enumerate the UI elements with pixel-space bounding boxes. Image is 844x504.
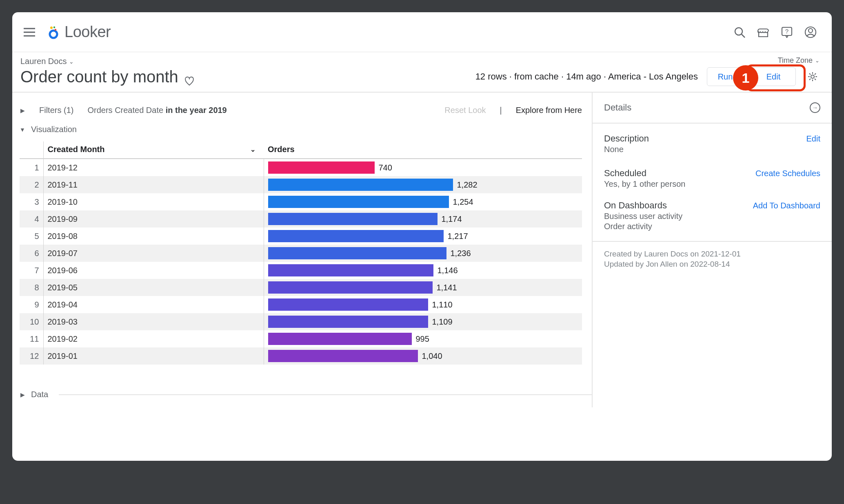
breadcrumb-label: Lauren Docs xyxy=(20,57,67,66)
bar-value: 1,141 xyxy=(437,283,457,292)
collapse-sidebar-icon[interactable]: → xyxy=(810,102,820,113)
brand[interactable]: Looker xyxy=(47,23,111,41)
row-month: 2019-04 xyxy=(43,296,264,313)
row-month: 2019-12 xyxy=(43,159,264,176)
query-status: 12 rows · from cache · 14m ago · America… xyxy=(475,71,698,82)
explore-from-here-link[interactable]: Explore from Here xyxy=(516,106,582,115)
row-index: 3 xyxy=(20,193,43,210)
add-to-dashboard-link[interactable]: Add To Dashboard xyxy=(753,201,820,210)
table-row: 42019-091,174 xyxy=(20,210,582,228)
caret-down-icon: ▼ xyxy=(20,126,25,133)
row-index: 9 xyxy=(20,296,43,313)
row-orders: 1,146 xyxy=(264,262,582,279)
details-title: Details xyxy=(604,102,631,113)
account-icon[interactable] xyxy=(802,23,820,41)
row-month: 2019-10 xyxy=(43,193,264,210)
row-month: 2019-03 xyxy=(43,313,264,330)
row-index: 8 xyxy=(20,279,43,296)
help-icon[interactable]: ? xyxy=(778,23,796,41)
row-orders: 995 xyxy=(264,330,582,347)
row-orders: 1,236 xyxy=(264,245,582,262)
bar-icon xyxy=(268,281,433,294)
table-row: 82019-051,141 xyxy=(20,279,582,296)
row-orders: 1,217 xyxy=(264,228,582,245)
description-title: Description xyxy=(604,133,649,144)
bar-value: 1,236 xyxy=(451,249,471,258)
looker-logo-icon xyxy=(47,25,60,39)
menu-icon[interactable] xyxy=(21,24,38,40)
svg-point-6 xyxy=(55,29,56,30)
edit-button[interactable]: Edit xyxy=(751,67,796,86)
bar-icon xyxy=(268,316,428,328)
breadcrumb[interactable]: Lauren Docs ⌄ xyxy=(20,57,475,66)
bar-icon xyxy=(268,161,375,174)
row-orders: 1,254 xyxy=(264,193,582,210)
edit-description-link[interactable]: Edit xyxy=(806,134,820,144)
svg-point-7 xyxy=(735,28,742,35)
table-row: 52019-081,217 xyxy=(20,228,582,245)
col-created-month[interactable]: Created Month ⌄ xyxy=(43,141,264,159)
bar-icon xyxy=(268,213,438,225)
brand-name: Looker xyxy=(64,23,111,41)
svg-line-8 xyxy=(742,34,745,38)
col-orders[interactable]: Orders xyxy=(264,141,582,159)
scheduled-title: Scheduled xyxy=(604,168,646,179)
visualization: Created Month ⌄ Orders 12019-1274022019-… xyxy=(20,141,592,365)
filters-label: Filters (1) xyxy=(39,106,73,115)
dashboard-item[interactable]: Order activity xyxy=(604,222,820,231)
table-row: 12019-12740 xyxy=(20,159,582,176)
created-by: Created by Lauren Docs on 2021-12-01 xyxy=(604,249,820,259)
description-value: None xyxy=(604,145,820,154)
timezone-selector[interactable]: Time Zone ⌄ xyxy=(778,56,820,65)
data-section-header[interactable]: ▶ Data xyxy=(20,385,592,407)
table-row: 122019-011,040 xyxy=(20,347,582,365)
bar-value: 1,174 xyxy=(442,214,462,224)
table-row: 32019-101,254 xyxy=(20,193,582,210)
bar-icon xyxy=(268,179,453,191)
col-index xyxy=(20,141,43,159)
table-row: 102019-031,109 xyxy=(20,313,582,330)
row-orders: 1,040 xyxy=(264,347,582,365)
dashboard-item[interactable]: Business user activity xyxy=(604,212,820,221)
row-orders: 740 xyxy=(264,159,582,176)
row-month: 2019-09 xyxy=(43,210,264,228)
gear-icon[interactable] xyxy=(806,70,820,84)
row-index: 10 xyxy=(20,313,43,330)
visualization-section-header[interactable]: ▼ Visualization xyxy=(20,120,592,139)
svg-point-5 xyxy=(53,26,55,28)
search-icon[interactable] xyxy=(731,23,748,41)
marketplace-icon[interactable] xyxy=(754,23,772,41)
reset-look: Reset Look xyxy=(444,106,486,115)
row-month: 2019-05 xyxy=(43,279,264,296)
bar-icon xyxy=(268,230,444,242)
data-label: Data xyxy=(31,390,48,399)
updated-by: Updated by Jon Allen on 2022-08-14 xyxy=(604,259,820,270)
bar-icon xyxy=(268,298,428,311)
content-pane: ▶ Filters (1) Orders Created Date in the… xyxy=(12,93,592,407)
svg-point-12 xyxy=(808,29,813,33)
app-window: Looker ? xyxy=(12,12,832,461)
create-schedules-link[interactable]: Create Schedules xyxy=(755,169,820,178)
table-row: 72019-061,146 xyxy=(20,262,582,279)
row-index: 12 xyxy=(20,347,43,365)
favorite-icon[interactable] xyxy=(184,72,195,82)
bar-icon xyxy=(268,350,418,362)
row-orders: 1,174 xyxy=(264,210,582,228)
table-row: 22019-111,282 xyxy=(20,176,582,193)
visualization-label: Visualization xyxy=(31,125,77,134)
on-dashboards-title: On Dashboards xyxy=(604,200,667,211)
run-button[interactable]: Run xyxy=(707,67,744,86)
sidebar-meta: Created by Lauren Docs on 2021-12-01 Upd… xyxy=(593,241,832,276)
row-index: 6 xyxy=(20,245,43,262)
filters-section[interactable]: ▶ Filters (1) Orders Created Date in the… xyxy=(20,101,592,120)
row-month: 2019-06 xyxy=(43,262,264,279)
filter-description: Orders Created Date in the year 2019 xyxy=(87,106,227,115)
main: ▶ Filters (1) Orders Created Date in the… xyxy=(12,93,832,407)
row-index: 1 xyxy=(20,159,43,176)
row-month: 2019-07 xyxy=(43,245,264,262)
title-bar: Lauren Docs ⌄ Order count by month Time … xyxy=(12,52,832,93)
row-orders: 1,110 xyxy=(264,296,582,313)
chevron-down-icon: ⌄ xyxy=(250,146,255,153)
bar-icon xyxy=(268,196,449,208)
row-orders: 1,109 xyxy=(264,313,582,330)
